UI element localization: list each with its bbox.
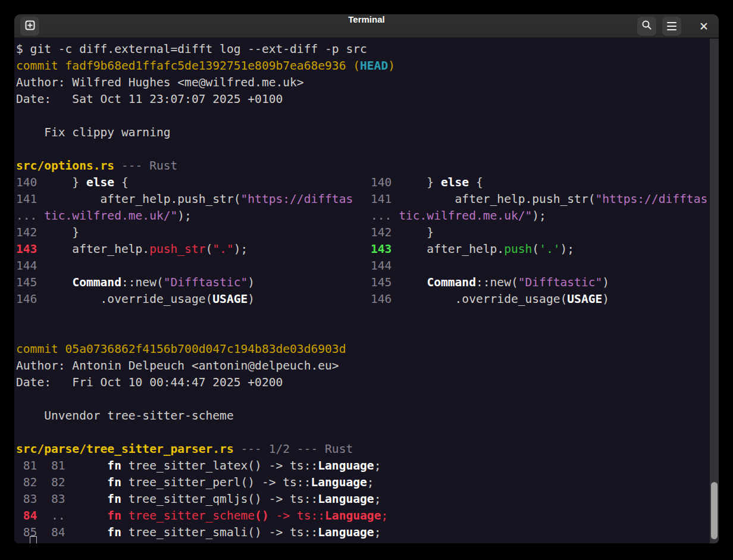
- close-icon: ✕: [699, 20, 709, 33]
- close-button[interactable]: ✕: [697, 19, 711, 33]
- terminal-line: 84 .. fn tree_sitter_scheme() -> ts::Lan…: [16, 508, 719, 524]
- terminal-line: Fix clippy warning: [16, 124, 719, 141]
- terminal-line: src/parse/tree_sitter_parser.rs --- 1/2 …: [16, 441, 719, 458]
- terminal-cursor: [30, 536, 37, 543]
- terminal-line: [16, 424, 719, 441]
- titlebar: Terminal ✕: [14, 14, 719, 38]
- terminal-line: Author: Wilfred Hughes <me@wilfred.me.uk…: [16, 74, 719, 91]
- terminal-line: 142 }142 }: [16, 224, 719, 241]
- terminal-line: Date: Sat Oct 11 23:07:07 2025 +0100: [16, 91, 719, 108]
- terminal-line: [16, 308, 719, 324]
- hamburger-menu-icon: [667, 22, 676, 31]
- terminal-line: 141 after_help.push_str("https://difftas…: [16, 191, 719, 208]
- terminal-line: 83 83 fn tree_sitter_qmljs() -> ts::Lang…: [16, 491, 719, 508]
- terminal-line: 81 81 fn tree_sitter_latex() -> ts::Lang…: [16, 458, 719, 474]
- scrollbar-thumb[interactable]: [711, 482, 718, 539]
- terminal-line: ... tic.wilfred.me.uk/");... tic.wilfred…: [16, 208, 719, 224]
- terminal-lines: $ git -c diff.external=difft log --ext-d…: [16, 41, 719, 541]
- new-tab-button[interactable]: [20, 17, 39, 36]
- window-title: Terminal: [14, 14, 719, 24]
- terminal-line: [16, 391, 719, 408]
- terminal-line: 82 82 fn tree_sitter_perl() -> ts::Langu…: [16, 474, 719, 491]
- search-button[interactable]: [637, 17, 656, 36]
- terminal-line: Unvendor tree-sitter-scheme: [16, 408, 719, 424]
- terminal-line: 145 Command::new("Difftastic")145 Comman…: [16, 274, 719, 291]
- terminal-line: 143 after_help.push_str(".");143 after_h…: [16, 241, 719, 258]
- terminal-line: [16, 141, 719, 158]
- terminal-line: [16, 108, 719, 124]
- terminal-line: 140 } else {140 } else {: [16, 174, 719, 191]
- terminal-content[interactable]: $ git -c diff.external=difft log --ext-d…: [14, 39, 719, 543]
- terminal-line: commit fadf9b68ed1ffafc5de1392751e809b7e…: [16, 58, 719, 74]
- terminal-line: commit 05a0736862f4156b700d047c194b83de0…: [16, 341, 719, 358]
- terminal-line: 146 .override_usage(USAGE)146 .override_…: [16, 291, 719, 308]
- terminal-line: Author: Antonin Delpeuch <antonin@delpeu…: [16, 358, 719, 374]
- terminal-window: Terminal ✕ $ git -c diff.external=difft …: [14, 14, 719, 543]
- terminal-line: [16, 324, 719, 341]
- new-tab-icon: [25, 20, 35, 33]
- terminal-line: 85 84 fn tree_sitter_smali() -> ts::Lang…: [16, 524, 719, 541]
- menu-button[interactable]: [662, 17, 681, 36]
- terminal-line: src/options.rs --- Rust: [16, 158, 719, 174]
- terminal-line: Date: Fri Oct 10 00:44:47 2025 +0200: [16, 374, 719, 391]
- search-icon: [641, 20, 652, 33]
- terminal-line: 144144: [16, 258, 719, 274]
- terminal-line: $ git -c diff.external=difft log --ext-d…: [16, 41, 719, 58]
- scrollbar-track[interactable]: [710, 39, 719, 543]
